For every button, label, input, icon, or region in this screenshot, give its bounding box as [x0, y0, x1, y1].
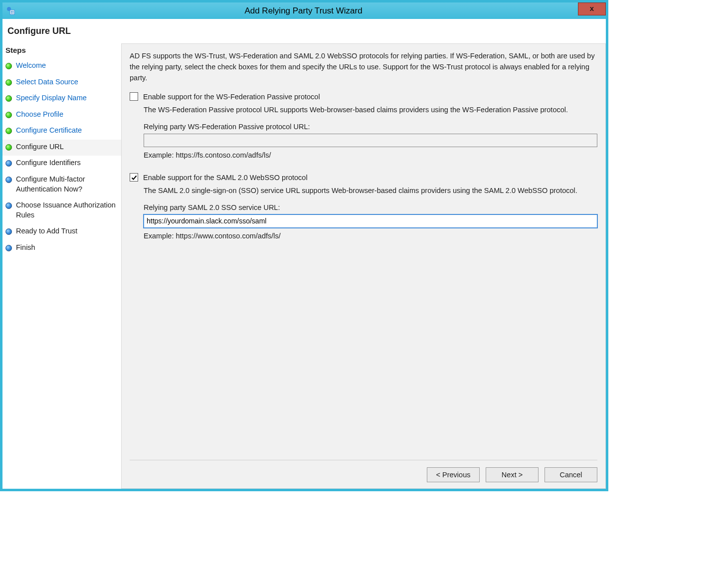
step-label: Configure URL	[16, 142, 64, 152]
step-label: Configure Identifiers	[16, 158, 81, 168]
step-bullet-icon	[5, 112, 12, 118]
step-label: Choose Issuance Authorization Rules	[16, 200, 118, 220]
step-item: Finish	[2, 240, 121, 257]
step-item[interactable]: Select Data Source	[2, 75, 121, 91]
wizard-button-bar: < Previous Next > Cancel	[130, 460, 597, 482]
window-title: Add Relying Party Trust Wizard	[1, 6, 606, 16]
wsfed-url-label: Relying party WS-Federation Passive prot…	[144, 123, 597, 131]
wsfed-checkbox[interactable]	[130, 92, 138, 101]
step-bullet-icon	[5, 95, 12, 102]
saml-example: Example: https://www.contoso.com/adfs/ls…	[144, 232, 597, 240]
previous-button[interactable]: < Previous	[427, 467, 480, 482]
saml-checkbox-label: Enable support for the SAML 2.0 WebSSO p…	[143, 174, 308, 182]
checkmark-icon	[131, 175, 137, 181]
wsfed-description: The WS-Federation Passive protocol URL s…	[144, 105, 597, 116]
wizard-window: Add Relying Party Trust Wizard x Configu…	[0, 0, 608, 491]
saml-url-input[interactable]	[144, 214, 597, 228]
step-bullet-icon	[5, 160, 12, 167]
saml-url-label: Relying party SAML 2.0 SSO service URL:	[144, 203, 597, 211]
step-bullet-icon	[5, 177, 12, 183]
step-label: Welcome	[16, 61, 46, 71]
intro-text: AD FS supports the WS-Trust, WS-Federati…	[130, 51, 597, 83]
cancel-button[interactable]: Cancel	[545, 467, 597, 482]
step-bullet-icon	[5, 79, 12, 86]
step-label: Choose Profile	[16, 110, 63, 120]
step-label: Specify Display Name	[16, 93, 87, 103]
step-item: Choose Issuance Authorization Rules	[2, 198, 121, 224]
step-bullet-icon	[5, 228, 12, 235]
saml-checkbox[interactable]	[130, 173, 138, 182]
step-bullet-icon	[5, 202, 12, 209]
step-label: Finish	[16, 243, 35, 253]
step-item: Configure Identifiers	[2, 156, 121, 172]
step-item[interactable]: Configure URL	[2, 140, 121, 156]
wsfed-checkbox-label: Enable support for the WS-Federation Pas…	[143, 93, 320, 101]
wsfed-section: Enable support for the WS-Federation Pas…	[130, 92, 597, 159]
wsfed-example: Example: https://fs.contoso.com/adfs/ls/	[144, 151, 597, 159]
step-item: Configure Multi-factor Authentication No…	[2, 172, 121, 198]
page-title: Configure URL	[7, 26, 71, 36]
step-label: Select Data Source	[16, 77, 78, 87]
steps-heading: Steps	[2, 43, 121, 58]
step-label: Configure Certificate	[16, 126, 82, 136]
step-bullet-icon	[5, 128, 12, 134]
close-button[interactable]: x	[578, 2, 606, 15]
wsfed-url-input	[144, 134, 597, 147]
steps-sidebar: Steps WelcomeSelect Data SourceSpecify D…	[2, 43, 121, 489]
next-button[interactable]: Next >	[486, 467, 539, 482]
step-item[interactable]: Specify Display Name	[2, 91, 121, 107]
saml-description: The SAML 2.0 single-sign-on (SSO) servic…	[144, 186, 597, 196]
step-label: Ready to Add Trust	[16, 226, 77, 236]
step-item[interactable]: Welcome	[2, 58, 121, 75]
content-pane: AD FS supports the WS-Trust, WS-Federati…	[121, 43, 606, 489]
step-item[interactable]: Choose Profile	[2, 107, 121, 124]
step-bullet-icon	[5, 63, 12, 69]
step-bullet-icon	[5, 245, 12, 251]
step-label: Configure Multi-factor Authentication No…	[16, 175, 118, 194]
step-bullet-icon	[5, 144, 12, 151]
page-header: Configure URL	[2, 19, 606, 43]
step-item: Ready to Add Trust	[2, 224, 121, 240]
saml-section: Enable support for the SAML 2.0 WebSSO p…	[130, 173, 597, 240]
titlebar: Add Relying Party Trust Wizard x	[2, 2, 606, 19]
wizard-body: Steps WelcomeSelect Data SourceSpecify D…	[2, 43, 606, 489]
step-item[interactable]: Configure Certificate	[2, 123, 121, 140]
